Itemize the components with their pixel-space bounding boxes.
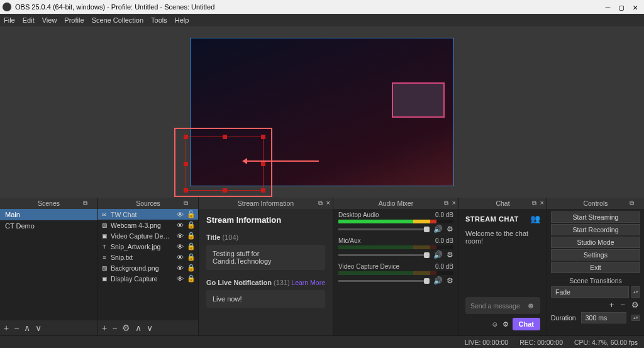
visibility-toggle-icon[interactable]: 👁 [175,254,184,261]
duration-input[interactable]: 300 ms [581,312,626,323]
source-settings-button[interactable]: ⚙ [122,323,130,333]
lock-toggle-icon[interactable]: 🔓 [187,210,196,218]
stream-info-popout-icon[interactable]: ⧉ [318,199,323,207]
source-row[interactable]: ▧Webcam 4-3.png👁🔒 [98,220,198,230]
status-rec: REC: 00:00:00 [519,339,563,346]
menu-tools[interactable]: Tools [151,16,167,24]
chat-popout-icon[interactable]: ⧉ [532,199,536,207]
menu-scene-collection[interactable]: Scene Collection [92,16,144,24]
mute-icon[interactable]: 🔊 [433,250,443,259]
chat-emoji-icon[interactable]: ☺ [491,320,498,328]
source-label: TW Chat [111,211,173,218]
visibility-toggle-icon[interactable]: 👁 [175,275,184,283]
scenes-popout-icon[interactable]: ⧉ [83,199,87,207]
lock-toggle-icon[interactable]: 🔒 [187,221,196,229]
move-source-up-button[interactable]: ∧ [135,323,142,333]
mute-icon[interactable]: 🔊 [433,225,443,233]
lock-toggle-icon[interactable]: 🔒 [187,253,196,261]
channel-name: Desktop Audio [338,211,379,218]
maximize-button[interactable]: ▢ [619,3,624,12]
volume-slider[interactable] [338,280,430,282]
add-scene-button[interactable]: + [4,323,9,333]
duration-spinner[interactable]: ▴▾ [631,315,640,321]
close-button[interactable]: ✕ [633,3,638,12]
start-streaming-button[interactable]: Start Streaming [551,211,640,223]
source-row[interactable]: ≡Snip.txt👁🔒 [98,252,198,262]
lock-toggle-icon[interactable]: 🔒 [187,232,196,240]
scenes-list[interactable]: Main CT Demo [0,209,97,320]
menu-view[interactable]: View [42,16,57,24]
volume-slider[interactable] [338,228,430,230]
channel-settings-icon[interactable]: ⚙ [447,225,453,233]
exit-button[interactable]: Exit [551,262,640,273]
source-label: Webcam 4-3.png [111,222,173,229]
sources-popout-icon[interactable]: ⧉ [184,199,188,207]
visibility-toggle-icon[interactable]: 👁 [175,264,184,272]
audio-mixer-close-icon[interactable]: × [452,199,456,206]
transition-settings-button[interactable]: ⚙ [631,300,639,310]
preview-area[interactable] [0,26,644,198]
channel-settings-icon[interactable]: ⚙ [447,250,453,259]
minimize-button[interactable]: — [606,3,611,12]
channel-db: 0.0 dB [435,237,453,244]
source-row[interactable]: ▧Background.png👁🔒 [98,262,198,273]
remove-source-button[interactable]: − [112,323,117,333]
status-bar: LIVE: 00:00:00 REC: 00:00:00 CPU: 4.7%, … [0,335,644,348]
source-label: Video Capture Device [111,232,173,240]
stream-title-input[interactable]: Testing stuff for Candid.Technology [206,245,325,270]
source-row[interactable]: ▣Video Capture Device👁🔒 [98,230,198,241]
transition-select[interactable]: Fade [551,286,629,298]
stream-info-close-icon[interactable]: × [326,199,330,206]
move-scene-down-button[interactable]: ∨ [35,323,42,333]
settings-button[interactable]: Settings [551,249,640,261]
source-row[interactable]: ✉TW Chat👁🔓 [98,209,198,220]
volume-slider[interactable] [338,254,430,256]
controls-popout-icon[interactable]: ⧉ [630,199,634,207]
visibility-toggle-icon[interactable]: 👁 [175,211,184,218]
webcam-source-overlay[interactable] [392,82,445,118]
visibility-toggle-icon[interactable]: 👁 [175,232,184,240]
chat-title: Chat [496,199,509,207]
lock-toggle-icon[interactable]: 🔒 [187,264,196,272]
add-transition-button[interactable]: + [609,300,614,310]
golive-label: Go Live Notification [206,279,272,286]
move-source-down-button[interactable]: ∨ [147,323,153,333]
chat-close-icon[interactable]: × [540,199,544,206]
scene-item[interactable]: CT Demo [0,220,97,232]
chat-send-button[interactable]: Chat [513,318,540,330]
scene-transitions-title: Scene Transitions [551,277,640,284]
studio-mode-button[interactable]: Studio Mode [551,237,640,248]
selected-source-bounds[interactable] [186,137,264,191]
menu-help[interactable]: Help [175,16,189,24]
scene-item[interactable]: Main [0,209,97,220]
golive-input[interactable]: Live now! [206,290,325,308]
chat-emote-icon[interactable]: ☻ [526,301,535,310]
chat-message-input[interactable]: Send a message ☻ [465,297,540,314]
audio-mixer-popout-icon[interactable]: ⧉ [444,199,448,207]
chat-users-icon[interactable]: 👥 [530,214,541,223]
visibility-toggle-icon[interactable]: 👁 [175,243,184,250]
menu-edit[interactable]: Edit [23,16,35,24]
lock-toggle-icon[interactable]: 🔒 [187,242,196,250]
preview-canvas[interactable] [190,38,454,186]
stream-info-title: Stream Information [238,199,294,207]
source-row[interactable]: ▣Display Capture👁🔒 [98,273,198,284]
learn-more-link[interactable]: Learn More [291,279,325,286]
audio-mixer-panel: Audio Mixer ⧉ × Desktop Audio0.0 dB🔊⚙Mic… [333,198,459,335]
start-recording-button[interactable]: Start Recording [551,224,640,235]
sources-list[interactable]: ✉TW Chat👁🔓▧Webcam 4-3.png👁🔒▣Video Captur… [98,209,198,320]
source-row[interactable]: TSnip_Artwork.jpg👁🔒 [98,241,198,252]
remove-scene-button[interactable]: − [14,323,19,333]
remove-transition-button[interactable]: − [620,300,625,310]
menu-file[interactable]: File [4,16,15,24]
chat-settings-icon[interactable]: ⚙ [502,320,509,328]
transition-spinner[interactable]: ▴▾ [631,286,640,298]
mute-icon[interactable]: 🔊 [433,276,443,285]
visibility-toggle-icon[interactable]: 👁 [175,222,184,229]
add-source-button[interactable]: + [102,323,107,333]
lock-toggle-icon[interactable]: 🔒 [187,274,196,283]
audio-mixer-body: Desktop Audio0.0 dB🔊⚙Mic/Aux0.0 dB🔊⚙Vide… [333,209,458,335]
move-scene-up-button[interactable]: ∧ [24,323,30,333]
menu-profile[interactable]: Profile [64,16,84,24]
channel-settings-icon[interactable]: ⚙ [447,276,453,285]
